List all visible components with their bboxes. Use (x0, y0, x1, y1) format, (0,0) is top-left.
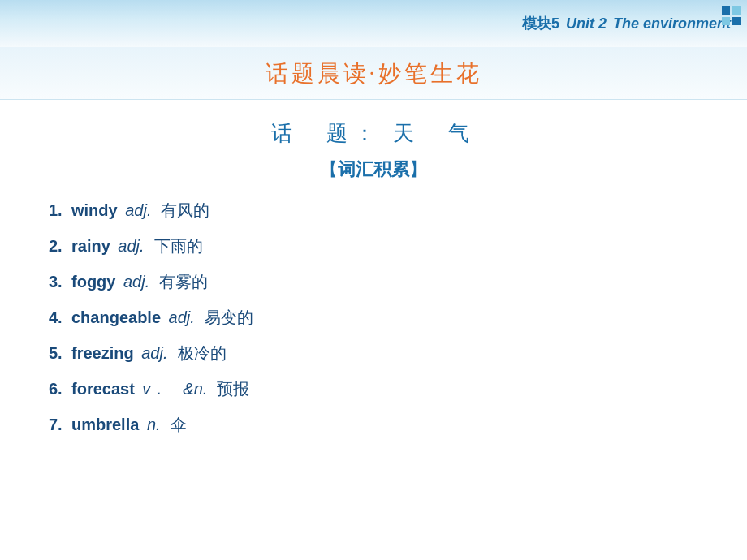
vocab-word-3: changeable (71, 305, 161, 330)
deco-square-2 (732, 6, 741, 15)
vocab-pos-0: adj. (121, 198, 152, 222)
topic-value-text: 天 气 (393, 122, 476, 145)
vocab-item: 6. forecast v． &n. 预报 (49, 377, 698, 401)
main-content: 话 题： 天 气 【词汇积累】 1. windy adj. 有风的 2. rai… (0, 100, 747, 464)
header-area: 模块5 Unit 2 The environment (0, 0, 747, 47)
topic-label-text: 话 题： (271, 122, 382, 145)
left-bracket: 【 (320, 159, 338, 179)
vocab-number-5: 6. (49, 377, 71, 401)
banner-title: 话题晨读·妙笔生花 (266, 61, 482, 86)
banner-section: 话题晨读·妙笔生花 (0, 47, 747, 100)
vocab-word-1: rainy (71, 234, 110, 258)
vocab-number-0: 1. (49, 198, 71, 222)
nav-module: 模块5 (522, 14, 559, 33)
vocab-word-0: windy (71, 198, 118, 222)
vocab-item: 1. windy adj. 有风的 (49, 198, 698, 222)
vocab-pos-3: adj. (164, 305, 195, 330)
vocab-word-6: umbrella (71, 412, 139, 437)
vocab-meaning-2: 有雾的 (159, 269, 208, 294)
vocab-number-6: 7. (49, 412, 71, 437)
vocab-meaning-0: 有风的 (161, 198, 209, 222)
nav-title: The environment (613, 15, 731, 32)
vocab-word-5: forecast (71, 377, 135, 401)
vocab-number-4: 5. (49, 341, 71, 365)
vocab-word-4: freezing (71, 341, 134, 365)
vocab-section-title: 词汇积累 (338, 159, 409, 179)
vocab-pos-5: v． &n. (138, 377, 208, 401)
vocab-meaning-1: 下雨的 (154, 234, 203, 258)
vocab-item: 7. umbrella n. 伞 (49, 412, 698, 437)
topic-label: 话 题： 天 气 (271, 122, 477, 145)
deco-square-3 (722, 17, 730, 25)
vocab-item: 2. rainy adj. 下雨的 (49, 234, 698, 258)
topic-line: 话 题： 天 气 (49, 119, 698, 148)
deco-square-4 (732, 17, 741, 25)
vocab-pos-1: adj. (114, 234, 145, 258)
header-nav: 模块5 Unit 2 The environment (522, 14, 731, 33)
vocab-item: 5. freezing adj. 极冷的 (49, 341, 698, 365)
vocab-number-1: 2. (49, 234, 71, 258)
vocab-meaning-4: 极冷的 (178, 341, 227, 365)
vocab-item: 3. foggy adj. 有雾的 (49, 269, 698, 294)
vocab-number-2: 3. (49, 269, 71, 294)
vocab-item: 4. changeable adj. 易变的 (49, 305, 698, 330)
page-wrapper: 模块5 Unit 2 The environment 话题晨读·妙笔生花 话 题… (0, 0, 747, 560)
nav-unit: Unit 2 (566, 15, 607, 32)
vocab-number-3: 4. (49, 305, 71, 330)
vocab-meaning-5: 预报 (217, 377, 249, 401)
vocab-pos-2: adj. (119, 269, 149, 294)
vocab-list: 1. windy adj. 有风的 2. rainy adj. 下雨的 3. f… (49, 198, 698, 437)
vocab-pos-4: adj. (137, 341, 168, 365)
deco-square-1 (722, 6, 730, 15)
vocab-pos-6: n. (142, 412, 160, 437)
vocab-word-2: foggy (71, 269, 115, 294)
vocab-meaning-3: 易变的 (205, 305, 253, 330)
vocab-meaning-6: 伞 (171, 412, 187, 437)
vocab-title: 【词汇积累】 (49, 157, 698, 182)
deco-squares (722, 6, 741, 25)
right-bracket: 】 (409, 159, 427, 179)
